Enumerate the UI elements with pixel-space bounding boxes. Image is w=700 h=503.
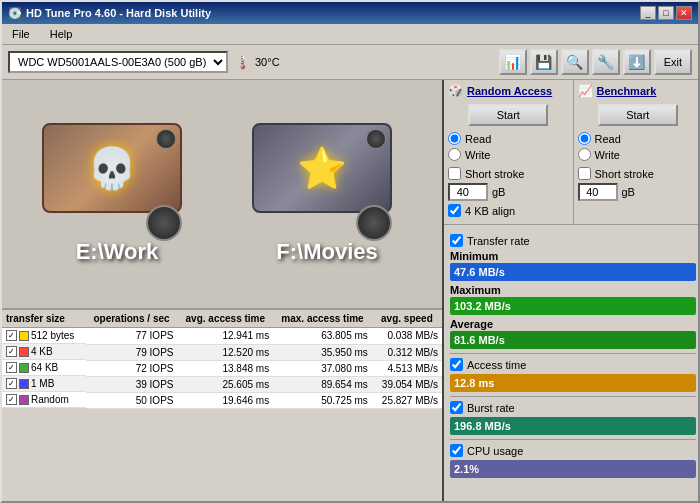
row-size-label: 4 KB [31,346,53,357]
access-time-bar: 12.8 ms [450,374,696,392]
average-value: 81.6 MB/s [454,334,505,346]
access-time-label: Access time [467,359,526,371]
random-size-unit: gB [492,186,505,198]
maximum-bar: 103.2 MB/s [450,297,696,315]
toolbar-btn-1[interactable]: 📊 [499,49,527,75]
row-ops-cell: 77 IOPS [86,328,178,345]
toolbar-btn-3[interactable]: 🔍 [561,49,589,75]
table-row: ✓ 512 bytes 77 IOPS12.941 ms63.805 ms0.0… [2,328,442,345]
skull-icon: 💀 [87,145,137,192]
benchmark-read-label: Read [595,133,621,145]
benchmark-short-stroke-row: Short stroke [578,167,699,180]
benchmark-read-radio[interactable] [578,132,591,145]
divider-1 [450,353,696,354]
exit-button[interactable]: Exit [654,49,692,75]
random-start-button[interactable]: Start [468,104,548,126]
menu-help[interactable]: Help [44,26,79,42]
random-access-header: 🎲 Random Access [448,84,569,100]
window-title: HD Tune Pro 4.60 - Hard Disk Utility [26,7,211,19]
random-read-radio[interactable] [448,132,461,145]
maximize-button[interactable]: □ [658,6,674,20]
drive-f-body: ⭐ [252,123,392,213]
toolbar-btn-2[interactable]: 💾 [530,49,558,75]
row-max-cell: 35.950 ms [273,344,372,360]
row-color-square [19,379,29,389]
row-ops-cell: 72 IOPS [86,360,178,376]
burst-rate-check[interactable] [450,401,463,414]
burst-rate-value: 196.8 MB/s [454,420,511,432]
title-bar: 💽 HD Tune Pro 4.60 - Hard Disk Utility _… [2,2,698,24]
row-max-cell: 63.805 ms [273,328,372,345]
random-size-input[interactable] [448,183,488,201]
random-access-panel: 🎲 Random Access Start Read [444,80,574,224]
row-checkbox[interactable]: ✓ [6,378,17,389]
minimum-bar: 47.6 MB/s [450,263,696,281]
cpu-usage-label: CPU usage [467,445,523,457]
transfer-rate-label: Transfer rate [467,235,530,247]
row-checkbox[interactable]: ✓ [6,346,17,357]
average-label: Average [450,318,696,330]
benchmark-icon: 📈 [578,84,593,98]
menu-file[interactable]: File [6,26,36,42]
drives-area: 💀 E:\Work ⭐ [2,80,442,310]
benchmark-write-row: Write [578,148,699,161]
row-checkbox[interactable]: ✓ [6,394,17,405]
row-checkbox[interactable]: ✓ [6,362,17,373]
close-button[interactable]: ✕ [676,6,692,20]
drive-e-item: 💀 E:\Work [42,123,192,265]
random-write-radio[interactable] [448,148,461,161]
app-icon: 💽 [8,7,22,20]
col-header-max: max. access time [273,310,372,328]
benchmark-write-radio[interactable] [578,148,591,161]
transfer-rate-check[interactable] [450,234,463,247]
col-header-speed: avg. speed [372,310,442,328]
benchmark-size-row: gB [578,183,699,201]
row-speed-cell: 25.827 MB/s [372,392,442,408]
toolbar-btn-4[interactable]: 🔧 [592,49,620,75]
drive-e-body: 💀 [42,123,182,213]
random-short-stroke-check[interactable] [448,167,461,180]
thermometer-icon: 🌡️ [234,54,251,70]
burst-rate-bar: 196.8 MB/s [450,417,696,435]
row-size-label: Random [31,394,69,405]
row-size-cell: ✓ 64 KB [2,360,86,376]
random-read-label: Read [465,133,491,145]
drive-f-item: ⭐ F:\Movies [252,123,402,265]
minimize-button[interactable]: _ [640,6,656,20]
stats-table: transfer size operations / sec avg. acce… [2,310,442,409]
main-content: 💀 E:\Work ⭐ [2,80,698,501]
random-write-row: Write [448,148,569,161]
toolbar-buttons: 📊 💾 🔍 🔧 ⬇️ Exit [499,49,692,75]
maximum-value: 103.2 MB/s [454,300,511,312]
row-size-cell: ✓ 1 MB [2,376,86,392]
random-icon: 🎲 [448,84,463,98]
benchmark-size-input[interactable] [578,183,618,201]
row-size-label: 1 MB [31,378,54,389]
toolbar-btn-5[interactable]: ⬇️ [623,49,651,75]
benchmark-short-stroke-check[interactable] [578,167,591,180]
benchmark-read-row: Read [578,132,699,145]
star-icon: ⭐ [297,145,347,192]
row-max-cell: 50.725 ms [273,392,372,408]
row-speed-cell: 39.054 MB/s [372,376,442,392]
dial-f-icon [356,205,392,241]
benchmark-size-unit: gB [622,186,635,198]
benchmark-start-button[interactable]: Start [598,104,678,126]
drive-f-label: F:\Movies [276,239,377,265]
cpu-usage-check[interactable] [450,444,463,457]
random-radio-group: Read Write [448,132,569,161]
benchmark-title: Benchmark [597,85,657,97]
random-align-check[interactable] [448,204,461,217]
access-time-value: 12.8 ms [454,377,494,389]
row-speed-cell: 0.312 MB/s [372,344,442,360]
table-row: ✓ 1 MB 39 IOPS25.605 ms89.654 ms39.054 M… [2,376,442,392]
row-color-square [19,363,29,373]
access-time-check[interactable] [450,358,463,371]
drive-select[interactable]: WDC WD5001AALS-00E3A0 (500 gB) [8,51,228,73]
benchmark-short-stroke-label: Short stroke [595,168,654,180]
row-checkbox[interactable]: ✓ [6,330,17,341]
random-size-row: gB [448,183,569,201]
row-size-cell: ✓ 512 bytes [2,328,86,344]
minimum-label: Minimum [450,250,696,262]
row-max-cell: 37.080 ms [273,360,372,376]
